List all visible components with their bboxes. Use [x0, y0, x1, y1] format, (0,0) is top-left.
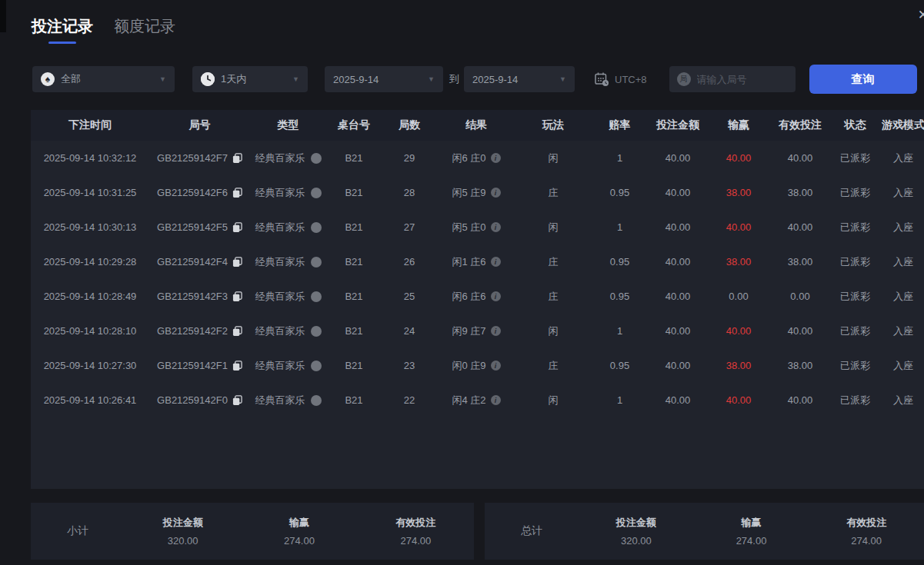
round-number-field[interactable]: 局: [669, 66, 796, 92]
copy-icon[interactable]: [232, 395, 242, 406]
cell-odds: 0.95: [591, 187, 649, 198]
result-text: 闲4 庄2: [452, 394, 485, 407]
copy-icon[interactable]: [232, 222, 242, 233]
game-type-text: 经典百家乐: [255, 221, 305, 234]
cell-play-type: 庄: [515, 255, 591, 269]
cell-valid-bet: 40.00: [770, 325, 830, 337]
cell-play-type: 闲: [515, 394, 591, 407]
info-icon[interactable]: i: [491, 257, 501, 267]
game-type-dropdown[interactable]: ♠ 全部 ▼: [32, 66, 175, 92]
copy-icon[interactable]: [232, 257, 242, 268]
table-row: 2025-09-14 10:32:12 GB21259142F7 经典百家乐 B…: [31, 141, 924, 175]
info-icon[interactable]: i: [491, 326, 501, 336]
game-logo-icon: [311, 395, 322, 406]
column-header: 下注时间: [31, 118, 149, 132]
cell-table-number: B21: [326, 256, 382, 268]
round-number-input[interactable]: [697, 74, 782, 85]
column-header: 类型: [250, 118, 326, 132]
calendar-clock-icon: [594, 71, 609, 87]
cell-game-mode: 入座: [880, 324, 924, 338]
cell-valid-bet: 38.00: [770, 360, 830, 371]
tab-quota-records[interactable]: 额度记录: [114, 16, 175, 44]
cell-round-number: 24: [382, 325, 437, 337]
cell-bet-amount: 40.00: [649, 152, 707, 164]
cell-status: 已派彩: [830, 221, 880, 234]
info-icon[interactable]: i: [491, 222, 501, 232]
table-row: 2025-09-14 10:29:28 GB21259142F4 经典百家乐 B…: [31, 244, 924, 279]
round-id-text: GB21259142F3: [157, 291, 228, 302]
subtotal-bet-amount: 投注金额 320.00: [125, 516, 241, 547]
cell-odds: 0.95: [591, 291, 649, 302]
copy-icon[interactable]: [232, 361, 242, 371]
table-row: 2025-09-14 10:28:10 GB21259142F2 经典百家乐 B…: [31, 314, 924, 348]
result-text: 闲5 庄9: [452, 186, 485, 200]
copy-icon[interactable]: [232, 291, 242, 302]
info-icon[interactable]: i: [491, 395, 501, 405]
chevron-down-icon: ▼: [428, 75, 435, 83]
time-range-dropdown[interactable]: 1天内 ▼: [192, 66, 308, 92]
cell-game-type: 经典百家乐: [250, 186, 326, 200]
cell-win-loss: 40.00: [707, 325, 770, 337]
game-type-text: 经典百家乐: [255, 186, 305, 200]
cell-valid-bet: 38.00: [770, 187, 830, 198]
cell-result: 闲9 庄7 i: [437, 324, 515, 338]
copy-icon[interactable]: [232, 153, 242, 164]
cell-bet-time: 2025-09-14 10:30:13: [31, 221, 149, 233]
round-id-text: GB21259142F7: [157, 152, 228, 164]
cell-table-number: B21: [326, 394, 382, 406]
date-from-value: 2025-9-14: [333, 74, 379, 85]
clock-icon: [201, 72, 215, 86]
subtotal-win-loss: 输赢 274.00: [241, 516, 357, 547]
close-icon[interactable]: ✕: [918, 8, 924, 22]
timezone-value: UTC+8: [615, 74, 647, 85]
game-type-text: 经典百家乐: [255, 359, 305, 373]
cell-bet-amount: 40.00: [649, 291, 707, 302]
cell-round-id: GB21259142F2: [149, 325, 250, 337]
game-type-text: 经典百家乐: [255, 290, 305, 304]
corner-notch: [0, 0, 6, 32]
cell-win-loss: 40.00: [707, 221, 770, 233]
cell-valid-bet: 40.00: [770, 221, 830, 233]
cell-bet-time: 2025-09-14 10:28:10: [31, 325, 149, 337]
cell-round-number: 23: [382, 360, 437, 371]
bet-records-table: 下注时间局号类型桌台号局数结果玩法赔率投注金额输赢有效投注状态游戏模式 2025…: [31, 110, 924, 489]
cell-play-type: 庄: [515, 186, 591, 200]
date-to-picker[interactable]: 2025-9-14 ▼: [464, 66, 575, 92]
info-icon[interactable]: i: [491, 188, 501, 198]
info-icon[interactable]: i: [491, 361, 501, 371]
cell-odds: 1: [591, 152, 649, 164]
cell-table-number: B21: [326, 291, 382, 302]
result-text: 闲6 庄6: [452, 290, 485, 304]
cell-game-type: 经典百家乐: [250, 151, 326, 165]
info-icon[interactable]: i: [491, 291, 501, 301]
cell-round-number: 26: [382, 256, 437, 268]
cell-round-id: GB21259142F4: [149, 256, 250, 268]
tab-bet-records[interactable]: 投注记录: [32, 16, 93, 44]
cell-odds: 0.95: [591, 360, 649, 371]
column-header: 投注金额: [649, 118, 707, 132]
cell-game-type: 经典百家乐: [250, 290, 326, 304]
copy-icon[interactable]: [232, 326, 242, 337]
cell-win-loss: 40.00: [707, 394, 770, 406]
column-header: 输赢: [707, 118, 770, 132]
cell-win-loss: 38.00: [707, 256, 770, 268]
cell-game-mode: 入座: [880, 186, 924, 200]
tab-bar: 投注记录 额度记录: [0, 0, 924, 44]
chevron-down-icon: ▼: [559, 75, 566, 83]
total-win-loss: 输赢 274.00: [694, 516, 809, 547]
copy-icon[interactable]: [232, 188, 242, 198]
game-logo-icon: [311, 361, 322, 371]
cell-round-id: GB21259142F6: [149, 187, 250, 198]
round-id-text: GB21259142F6: [157, 187, 228, 198]
date-from-picker[interactable]: 2025-9-14 ▼: [325, 66, 443, 92]
query-button[interactable]: 查询: [809, 65, 917, 94]
subtotal-panel: 小计 投注金额 320.00 输赢 274.00 有效投注 274.00: [31, 503, 474, 560]
info-icon[interactable]: i: [491, 153, 501, 163]
game-type-value: 全部: [61, 72, 81, 86]
column-header: 局号: [149, 118, 250, 132]
chevron-down-icon: ▼: [292, 75, 299, 83]
cell-win-loss: 38.00: [707, 187, 770, 198]
cell-play-type: 庄: [515, 290, 591, 304]
column-header: 桌台号: [326, 118, 382, 132]
total-label: 总计: [485, 524, 579, 538]
